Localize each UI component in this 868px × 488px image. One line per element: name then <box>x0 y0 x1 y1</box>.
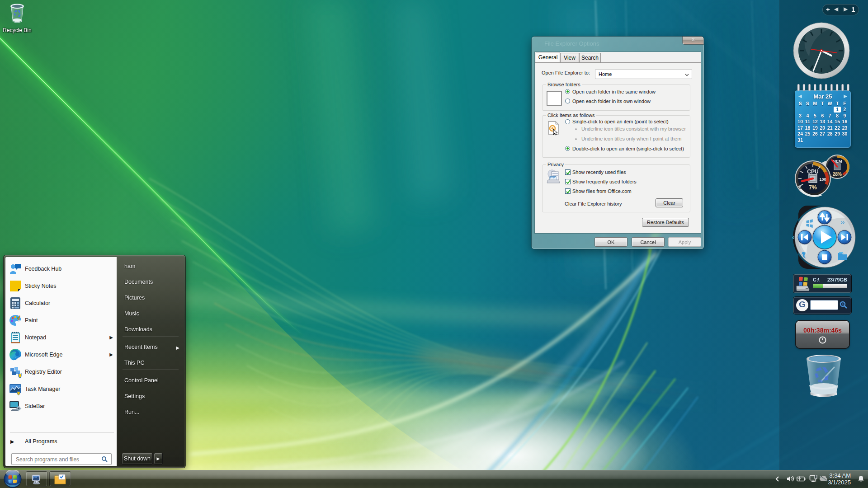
svg-text:››: ›› <box>841 219 845 225</box>
svg-text:7%: 7% <box>809 184 817 191</box>
svg-text:28%: 28% <box>833 172 842 177</box>
svg-text:‹: ‹ <box>792 233 794 241</box>
svg-text:CPU: CPU <box>807 169 818 175</box>
svg-text:100: 100 <box>819 177 826 182</box>
